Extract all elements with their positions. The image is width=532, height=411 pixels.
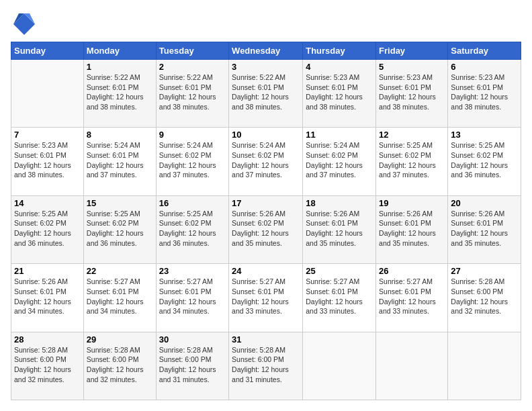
day-info: Sunrise: 5:26 AM Sunset: 6:02 PM Dayligh… — [232, 209, 300, 248]
day-info: Sunrise: 5:26 AM Sunset: 6:01 PM Dayligh… — [379, 209, 445, 248]
day-info: Sunrise: 5:26 AM Sunset: 6:01 PM Dayligh… — [14, 277, 81, 316]
day-number: 5 — [379, 62, 445, 72]
calendar-table: SundayMondayTuesdayWednesdayThursdayFrid… — [11, 42, 521, 400]
calendar-cell: 29Sunrise: 5:28 AM Sunset: 6:00 PM Dayli… — [83, 332, 156, 400]
calendar-week-row: 1Sunrise: 5:22 AM Sunset: 6:01 PM Daylig… — [11, 60, 521, 128]
day-info: Sunrise: 5:25 AM Sunset: 6:02 PM Dayligh… — [379, 140, 445, 180]
day-info: Sunrise: 5:22 AM Sunset: 6:01 PM Dayligh… — [87, 73, 153, 112]
day-info: Sunrise: 5:22 AM Sunset: 6:01 PM Dayligh… — [159, 73, 226, 112]
calendar-day-header: Wednesday — [229, 42, 303, 60]
calendar-cell: 22Sunrise: 5:27 AM Sunset: 6:01 PM Dayli… — [83, 264, 156, 332]
calendar-cell: 19Sunrise: 5:26 AM Sunset: 6:01 PM Dayli… — [376, 195, 448, 263]
day-number: 18 — [306, 198, 373, 208]
svg-marker-0 — [13, 13, 35, 35]
day-number: 7 — [14, 130, 81, 140]
day-info: Sunrise: 5:28 AM Sunset: 6:00 PM Dayligh… — [87, 345, 153, 385]
day-info: Sunrise: 5:28 AM Sunset: 6:00 PM Dayligh… — [14, 345, 81, 385]
day-number: 30 — [159, 334, 226, 345]
calendar-cell: 18Sunrise: 5:26 AM Sunset: 6:01 PM Dayli… — [303, 195, 376, 263]
calendar-week-row: 28Sunrise: 5:28 AM Sunset: 6:00 PM Dayli… — [11, 332, 521, 400]
day-info: Sunrise: 5:24 AM Sunset: 6:02 PM Dayligh… — [159, 140, 226, 180]
calendar-day-header: Tuesday — [156, 42, 228, 60]
day-number: 28 — [14, 334, 81, 345]
calendar-cell: 24Sunrise: 5:27 AM Sunset: 6:01 PM Dayli… — [229, 264, 303, 332]
calendar-day-header: Sunday — [11, 42, 84, 60]
day-number: 9 — [159, 130, 226, 140]
day-info: Sunrise: 5:23 AM Sunset: 6:01 PM Dayligh… — [379, 73, 445, 112]
day-number: 21 — [14, 266, 81, 276]
day-info: Sunrise: 5:23 AM Sunset: 6:01 PM Dayligh… — [451, 73, 518, 112]
day-info: Sunrise: 5:28 AM Sunset: 6:00 PM Dayligh… — [451, 277, 518, 316]
calendar-cell: 15Sunrise: 5:25 AM Sunset: 6:02 PM Dayli… — [83, 195, 156, 263]
day-number: 27 — [451, 266, 518, 276]
day-info: Sunrise: 5:24 AM Sunset: 6:01 PM Dayligh… — [87, 140, 153, 180]
logo — [11, 11, 39, 35]
day-number: 11 — [306, 130, 373, 140]
calendar-cell: 23Sunrise: 5:27 AM Sunset: 6:01 PM Dayli… — [156, 264, 228, 332]
day-number: 1 — [87, 62, 153, 72]
day-number: 6 — [451, 62, 518, 72]
day-info: Sunrise: 5:25 AM Sunset: 6:02 PM Dayligh… — [87, 209, 153, 248]
day-info: Sunrise: 5:26 AM Sunset: 6:01 PM Dayligh… — [451, 209, 518, 248]
calendar-cell: 17Sunrise: 5:26 AM Sunset: 6:02 PM Dayli… — [229, 195, 303, 263]
day-number: 26 — [379, 266, 445, 276]
day-info: Sunrise: 5:23 AM Sunset: 6:01 PM Dayligh… — [306, 73, 373, 112]
day-info: Sunrise: 5:23 AM Sunset: 6:01 PM Dayligh… — [14, 140, 81, 180]
calendar-cell: 28Sunrise: 5:28 AM Sunset: 6:00 PM Dayli… — [11, 332, 84, 400]
day-info: Sunrise: 5:26 AM Sunset: 6:01 PM Dayligh… — [306, 209, 373, 248]
day-info: Sunrise: 5:25 AM Sunset: 6:02 PM Dayligh… — [451, 140, 518, 180]
page: SundayMondayTuesdayWednesdayThursdayFrid… — [0, 0, 532, 411]
day-number: 19 — [379, 198, 445, 208]
calendar-header-row: SundayMondayTuesdayWednesdayThursdayFrid… — [11, 42, 521, 60]
day-number: 3 — [232, 62, 300, 72]
calendar-cell: 9Sunrise: 5:24 AM Sunset: 6:02 PM Daylig… — [156, 128, 228, 195]
day-info: Sunrise: 5:27 AM Sunset: 6:01 PM Dayligh… — [379, 277, 445, 316]
calendar-cell: 10Sunrise: 5:24 AM Sunset: 6:02 PM Dayli… — [229, 128, 303, 195]
day-info: Sunrise: 5:27 AM Sunset: 6:01 PM Dayligh… — [306, 277, 373, 316]
calendar-cell: 13Sunrise: 5:25 AM Sunset: 6:02 PM Dayli… — [448, 128, 521, 195]
calendar-cell: 27Sunrise: 5:28 AM Sunset: 6:00 PM Dayli… — [448, 264, 521, 332]
calendar-cell: 5Sunrise: 5:23 AM Sunset: 6:01 PM Daylig… — [376, 60, 448, 128]
day-number: 17 — [232, 198, 300, 208]
day-number: 24 — [232, 266, 300, 276]
day-number: 25 — [306, 266, 373, 276]
day-number: 23 — [159, 266, 226, 276]
calendar-day-header: Saturday — [448, 42, 521, 60]
day-info: Sunrise: 5:27 AM Sunset: 6:01 PM Dayligh… — [232, 277, 300, 316]
day-info: Sunrise: 5:28 AM Sunset: 6:00 PM Dayligh… — [232, 345, 300, 385]
calendar-cell: 4Sunrise: 5:23 AM Sunset: 6:01 PM Daylig… — [303, 60, 376, 128]
day-number: 20 — [451, 198, 518, 208]
calendar-cell — [376, 332, 448, 400]
day-info: Sunrise: 5:24 AM Sunset: 6:02 PM Dayligh… — [306, 140, 373, 180]
calendar-cell — [11, 60, 84, 128]
calendar-cell: 8Sunrise: 5:24 AM Sunset: 6:01 PM Daylig… — [83, 128, 156, 195]
calendar-day-header: Friday — [376, 42, 448, 60]
calendar-week-row: 21Sunrise: 5:26 AM Sunset: 6:01 PM Dayli… — [11, 264, 521, 332]
day-info: Sunrise: 5:27 AM Sunset: 6:01 PM Dayligh… — [159, 277, 226, 316]
day-number: 29 — [87, 334, 153, 345]
calendar-cell: 2Sunrise: 5:22 AM Sunset: 6:01 PM Daylig… — [156, 60, 228, 128]
calendar-cell: 21Sunrise: 5:26 AM Sunset: 6:01 PM Dayli… — [11, 264, 84, 332]
day-info: Sunrise: 5:22 AM Sunset: 6:01 PM Dayligh… — [232, 73, 300, 112]
calendar-cell: 1Sunrise: 5:22 AM Sunset: 6:01 PM Daylig… — [83, 60, 156, 128]
calendar-cell: 6Sunrise: 5:23 AM Sunset: 6:01 PM Daylig… — [448, 60, 521, 128]
day-number: 15 — [87, 198, 153, 208]
calendar-cell: 11Sunrise: 5:24 AM Sunset: 6:02 PM Dayli… — [303, 128, 376, 195]
day-number: 31 — [232, 334, 300, 345]
day-number: 10 — [232, 130, 300, 140]
day-number: 14 — [14, 198, 81, 208]
day-info: Sunrise: 5:24 AM Sunset: 6:02 PM Dayligh… — [232, 140, 300, 180]
calendar-cell: 3Sunrise: 5:22 AM Sunset: 6:01 PM Daylig… — [229, 60, 303, 128]
day-info: Sunrise: 5:28 AM Sunset: 6:00 PM Dayligh… — [159, 345, 226, 385]
day-info: Sunrise: 5:25 AM Sunset: 6:02 PM Dayligh… — [159, 209, 226, 248]
calendar-cell: 14Sunrise: 5:25 AM Sunset: 6:02 PM Dayli… — [11, 195, 84, 263]
day-number: 13 — [451, 130, 518, 140]
calendar-cell — [448, 332, 521, 400]
day-info: Sunrise: 5:27 AM Sunset: 6:01 PM Dayligh… — [87, 277, 153, 316]
calendar-cell: 16Sunrise: 5:25 AM Sunset: 6:02 PM Dayli… — [156, 195, 228, 263]
logo-icon — [11, 11, 35, 35]
calendar-cell: 7Sunrise: 5:23 AM Sunset: 6:01 PM Daylig… — [11, 128, 84, 195]
day-number: 22 — [87, 266, 153, 276]
day-number: 12 — [379, 130, 445, 140]
calendar-cell: 12Sunrise: 5:25 AM Sunset: 6:02 PM Dayli… — [376, 128, 448, 195]
